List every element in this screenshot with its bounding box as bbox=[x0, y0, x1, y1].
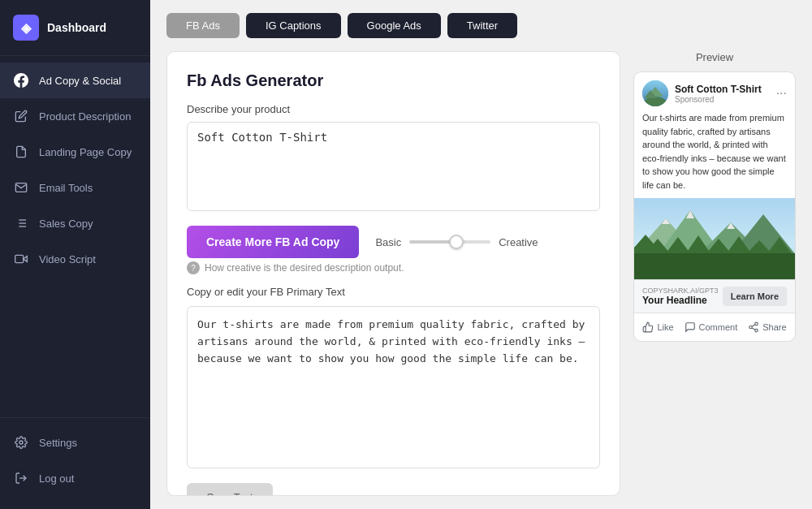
controls-row: Create More FB Ad Copy Basic Creative bbox=[187, 226, 600, 258]
like-label: Like bbox=[657, 322, 673, 332]
sidebar-item-log-out[interactable]: Log out bbox=[0, 460, 150, 496]
sidebar-item-label: Sales Copy bbox=[39, 218, 93, 230]
logo-text: Dashboard bbox=[47, 21, 106, 34]
hint-row: ? How creative is the desired descriptio… bbox=[187, 261, 600, 274]
fb-cta-left: CopyShark.AI/GPT3 Your Headline bbox=[642, 287, 719, 306]
fb-sponsored: Sponsored bbox=[675, 95, 770, 104]
fb-share-button[interactable]: Share bbox=[743, 318, 791, 336]
generator-panel: Fb Ads Generator Describe your product C… bbox=[166, 51, 620, 496]
product-description-input[interactable] bbox=[187, 122, 600, 211]
preview-label: Preview bbox=[633, 51, 796, 63]
sidebar: ◈ Dashboard Ad Copy & Social Product Des… bbox=[0, 0, 150, 509]
fb-cta-headline: Your Headline bbox=[642, 295, 719, 306]
copy-text-button[interactable]: Copy Text bbox=[187, 483, 273, 496]
svg-rect-7 bbox=[15, 255, 24, 262]
svg-rect-22 bbox=[634, 253, 795, 279]
logout-icon bbox=[13, 470, 29, 486]
mail-icon bbox=[13, 179, 29, 196]
copy-text-area[interactable] bbox=[187, 306, 600, 468]
sidebar-item-landing-page-copy[interactable]: Landing Page Copy bbox=[0, 134, 150, 170]
main-content: FB Ads IG Captions Google Ads Twitter Fb… bbox=[150, 0, 812, 509]
preview-panel: Preview bbox=[633, 51, 796, 496]
sidebar-nav: Ad Copy & Social Product Description Lan… bbox=[0, 56, 150, 417]
file-icon bbox=[13, 144, 29, 160]
hint-text: How creative is the desired description … bbox=[205, 262, 404, 274]
tab-twitter[interactable]: Twitter bbox=[447, 13, 517, 38]
sidebar-item-label: Video Script bbox=[39, 253, 96, 265]
fb-preview-header: Soft Cotton T-Shirt Sponsored ··· bbox=[634, 72, 795, 111]
facebook-icon bbox=[13, 72, 29, 88]
fb-preview-card: Soft Cotton T-Shirt Sponsored ··· Our t-… bbox=[633, 71, 796, 342]
fb-comment-button[interactable]: Comment bbox=[680, 318, 743, 336]
svg-line-34 bbox=[752, 328, 755, 330]
fb-body-text: Our t-shirts are made from premium quali… bbox=[634, 111, 795, 198]
create-fb-ad-copy-button[interactable]: Create More FB Ad Copy bbox=[187, 226, 359, 258]
fb-cta-site: CopyShark.AI/GPT3 bbox=[642, 287, 719, 295]
creativity-slider[interactable] bbox=[409, 240, 490, 244]
list-icon bbox=[13, 215, 29, 231]
fb-avatar bbox=[642, 80, 668, 106]
tab-google-ads[interactable]: Google Ads bbox=[348, 13, 441, 38]
svg-point-31 bbox=[755, 322, 758, 326]
svg-point-33 bbox=[755, 329, 758, 332]
svg-point-32 bbox=[749, 326, 753, 329]
sidebar-item-label: Settings bbox=[39, 437, 77, 449]
product-label: Describe your product bbox=[187, 103, 600, 115]
creative-label: Creative bbox=[499, 236, 538, 248]
sidebar-item-label: Landing Page Copy bbox=[39, 146, 132, 158]
fb-actions-row: Like Comment Share bbox=[634, 313, 795, 341]
sidebar-item-label: Log out bbox=[39, 472, 74, 485]
fb-more-options[interactable]: ··· bbox=[776, 86, 787, 101]
info-icon: ? bbox=[187, 261, 200, 274]
tab-fb-ads[interactable]: FB Ads bbox=[166, 13, 240, 38]
svg-marker-6 bbox=[24, 257, 28, 262]
comment-label: Comment bbox=[699, 322, 738, 332]
creativity-control: Basic Creative bbox=[375, 236, 538, 248]
sidebar-item-email-tools[interactable]: Email Tools bbox=[0, 170, 150, 205]
fb-page-name: Soft Cotton T-Shirt bbox=[675, 84, 770, 95]
basic-label: Basic bbox=[375, 236, 401, 248]
svg-line-35 bbox=[752, 325, 755, 326]
sidebar-item-sales-copy[interactable]: Sales Copy bbox=[0, 205, 150, 241]
logo-icon: ◈ bbox=[13, 15, 39, 41]
sidebar-item-ad-copy-social[interactable]: Ad Copy & Social bbox=[0, 63, 150, 98]
learn-more-button[interactable]: Learn More bbox=[723, 287, 787, 306]
sidebar-item-label: Product Description bbox=[39, 110, 131, 123]
sidebar-item-product-description[interactable]: Product Description bbox=[0, 98, 150, 134]
sidebar-item-video-script[interactable]: Video Script bbox=[0, 241, 150, 277]
content-area: Fb Ads Generator Describe your product C… bbox=[150, 38, 812, 509]
tab-ig-captions[interactable]: IG Captions bbox=[246, 13, 341, 38]
share-label: Share bbox=[762, 322, 786, 332]
sidebar-item-label: Email Tools bbox=[39, 182, 93, 194]
sidebar-logo: ◈ Dashboard bbox=[0, 0, 150, 56]
fb-preview-image bbox=[634, 198, 795, 279]
generator-title: Fb Ads Generator bbox=[187, 71, 600, 90]
fb-page-info: Soft Cotton T-Shirt Sponsored bbox=[675, 84, 770, 104]
fb-like-button[interactable]: Like bbox=[637, 318, 678, 336]
fb-cta-row: CopyShark.AI/GPT3 Your Headline Learn Mo… bbox=[634, 279, 795, 313]
video-icon bbox=[13, 251, 29, 267]
svg-point-8 bbox=[19, 441, 23, 444]
copy-section-label: Copy or edit your FB Primary Text bbox=[187, 286, 600, 298]
sidebar-item-label: Ad Copy & Social bbox=[39, 75, 121, 87]
sidebar-bottom: Settings Log out bbox=[0, 417, 150, 509]
tab-bar: FB Ads IG Captions Google Ads Twitter bbox=[150, 0, 812, 38]
pencil-icon bbox=[13, 108, 29, 124]
sidebar-item-settings[interactable]: Settings bbox=[0, 425, 150, 460]
gear-icon bbox=[13, 434, 29, 451]
